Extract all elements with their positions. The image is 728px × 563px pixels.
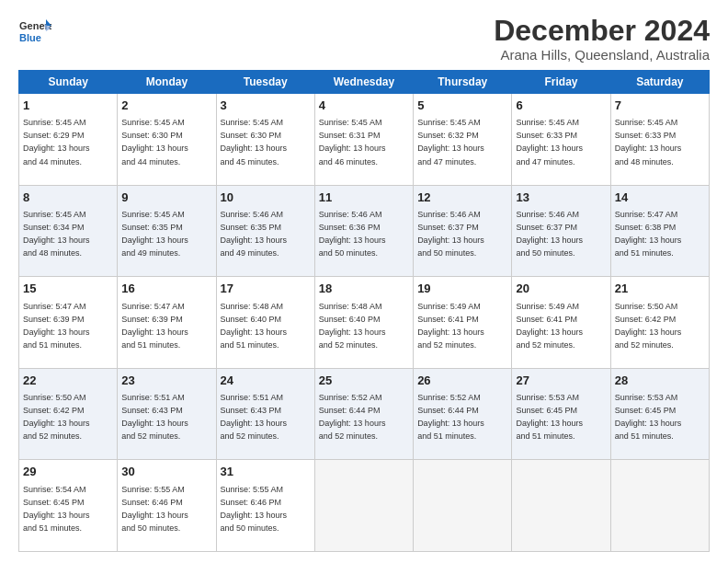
header-wednesday: Wednesday [314,71,413,94]
day-number: 3 [221,98,311,114]
day-number: 2 [121,98,211,114]
day-number: 10 [221,190,311,206]
day-info: Sunrise: 5:46 AMSunset: 6:36 PMDaylight:… [319,210,386,258]
month-title: December 2024 [494,15,710,47]
header-sunday: Sunday [19,71,118,94]
svg-text:Blue: Blue [19,32,41,43]
calendar-week-row: 8Sunrise: 5:45 AMSunset: 6:34 PMDaylight… [19,185,710,277]
calendar-week-row: 15Sunrise: 5:47 AMSunset: 6:39 PMDayligh… [19,277,710,369]
day-info: Sunrise: 5:49 AMSunset: 6:41 PMDaylight:… [417,302,484,350]
table-row [314,460,413,552]
day-info: Sunrise: 5:53 AMSunset: 6:45 PMDaylight:… [516,393,583,441]
table-row [414,460,512,552]
table-row: 8Sunrise: 5:45 AMSunset: 6:34 PMDaylight… [19,185,118,277]
day-number: 24 [221,373,311,389]
day-number: 23 [121,373,211,389]
day-info: Sunrise: 5:50 AMSunset: 6:42 PMDaylight:… [23,393,90,441]
day-info: Sunrise: 5:47 AMSunset: 6:39 PMDaylight:… [121,302,188,350]
table-row: 31Sunrise: 5:55 AMSunset: 6:46 PMDayligh… [216,460,314,552]
day-info: Sunrise: 5:51 AMSunset: 6:43 PMDaylight:… [221,393,288,441]
table-row: 5Sunrise: 5:45 AMSunset: 6:32 PMDaylight… [414,94,512,186]
day-number: 28 [615,373,705,389]
day-info: Sunrise: 5:45 AMSunset: 6:35 PMDaylight:… [121,210,188,258]
day-number: 21 [615,281,705,297]
day-number: 19 [417,281,507,297]
day-info: Sunrise: 5:46 AMSunset: 6:35 PMDaylight:… [221,210,288,258]
table-row: 13Sunrise: 5:46 AMSunset: 6:37 PMDayligh… [512,185,610,277]
day-number: 18 [319,281,409,297]
table-row: 16Sunrise: 5:47 AMSunset: 6:39 PMDayligh… [118,277,216,369]
day-info: Sunrise: 5:45 AMSunset: 6:31 PMDaylight:… [319,118,386,166]
day-info: Sunrise: 5:45 AMSunset: 6:30 PMDaylight:… [121,118,188,166]
calendar-week-row: 29Sunrise: 5:54 AMSunset: 6:45 PMDayligh… [19,460,710,552]
day-number: 6 [516,98,606,114]
day-info: Sunrise: 5:50 AMSunset: 6:42 PMDaylight:… [615,302,682,350]
subtitle: Arana Hills, Queensland, Australia [494,47,710,63]
day-info: Sunrise: 5:45 AMSunset: 6:32 PMDaylight:… [417,118,484,166]
day-number: 16 [121,281,211,297]
day-number: 15 [23,281,113,297]
table-row: 18Sunrise: 5:48 AMSunset: 6:40 PMDayligh… [314,277,413,369]
calendar-header-row: Sunday Monday Tuesday Wednesday Thursday… [19,71,710,94]
day-info: Sunrise: 5:48 AMSunset: 6:40 PMDaylight:… [319,302,386,350]
day-number: 14 [615,190,705,206]
header-tuesday: Tuesday [216,71,314,94]
table-row: 9Sunrise: 5:45 AMSunset: 6:35 PMDaylight… [118,185,216,277]
title-area: December 2024 Arana Hills, Queensland, A… [494,15,710,63]
calendar-week-row: 22Sunrise: 5:50 AMSunset: 6:42 PMDayligh… [19,368,710,460]
logo-container: General Blue [18,15,51,48]
day-number: 8 [23,190,113,206]
day-number: 7 [615,98,705,114]
calendar-week-row: 1Sunrise: 5:45 AMSunset: 6:29 PMDaylight… [19,94,710,186]
day-number: 25 [319,373,409,389]
table-row: 29Sunrise: 5:54 AMSunset: 6:45 PMDayligh… [19,460,118,552]
table-row [610,460,709,552]
table-row: 11Sunrise: 5:46 AMSunset: 6:36 PMDayligh… [314,185,413,277]
table-row: 3Sunrise: 5:45 AMSunset: 6:30 PMDaylight… [216,94,314,186]
day-info: Sunrise: 5:45 AMSunset: 6:33 PMDaylight:… [615,118,682,166]
day-number: 31 [221,464,311,480]
table-row: 24Sunrise: 5:51 AMSunset: 6:43 PMDayligh… [216,368,314,460]
day-info: Sunrise: 5:46 AMSunset: 6:37 PMDaylight:… [417,210,484,258]
table-row: 7Sunrise: 5:45 AMSunset: 6:33 PMDaylight… [610,94,709,186]
table-row: 17Sunrise: 5:48 AMSunset: 6:40 PMDayligh… [216,277,314,369]
table-row: 10Sunrise: 5:46 AMSunset: 6:35 PMDayligh… [216,185,314,277]
day-info: Sunrise: 5:48 AMSunset: 6:40 PMDaylight:… [221,302,288,350]
table-row [512,460,610,552]
day-info: Sunrise: 5:52 AMSunset: 6:44 PMDaylight:… [417,393,484,441]
table-row: 12Sunrise: 5:46 AMSunset: 6:37 PMDayligh… [414,185,512,277]
day-number: 17 [221,281,311,297]
day-info: Sunrise: 5:52 AMSunset: 6:44 PMDaylight:… [319,393,386,441]
day-info: Sunrise: 5:47 AMSunset: 6:39 PMDaylight:… [23,302,90,350]
day-number: 27 [516,373,606,389]
day-info: Sunrise: 5:45 AMSunset: 6:33 PMDaylight:… [516,118,583,166]
day-info: Sunrise: 5:46 AMSunset: 6:37 PMDaylight:… [516,210,583,258]
day-number: 30 [121,464,211,480]
day-info: Sunrise: 5:55 AMSunset: 6:46 PMDaylight:… [121,485,188,533]
day-number: 26 [417,373,507,389]
table-row: 28Sunrise: 5:53 AMSunset: 6:45 PMDayligh… [610,368,709,460]
day-number: 9 [121,190,211,206]
table-row: 21Sunrise: 5:50 AMSunset: 6:42 PMDayligh… [610,277,709,369]
table-row: 15Sunrise: 5:47 AMSunset: 6:39 PMDayligh… [19,277,118,369]
table-row: 23Sunrise: 5:51 AMSunset: 6:43 PMDayligh… [118,368,216,460]
table-row: 4Sunrise: 5:45 AMSunset: 6:31 PMDaylight… [314,94,413,186]
table-row: 2Sunrise: 5:45 AMSunset: 6:30 PMDaylight… [118,94,216,186]
day-info: Sunrise: 5:53 AMSunset: 6:45 PMDaylight:… [615,393,682,441]
header-thursday: Thursday [414,71,512,94]
day-info: Sunrise: 5:51 AMSunset: 6:43 PMDaylight:… [121,393,188,441]
day-number: 20 [516,281,606,297]
day-number: 12 [417,190,507,206]
day-info: Sunrise: 5:45 AMSunset: 6:30 PMDaylight:… [221,118,288,166]
table-row: 20Sunrise: 5:49 AMSunset: 6:41 PMDayligh… [512,277,610,369]
table-row: 19Sunrise: 5:49 AMSunset: 6:41 PMDayligh… [414,277,512,369]
header-monday: Monday [118,71,216,94]
page: General Blue December 2024 Arana Hills, … [0,0,728,563]
day-number: 13 [516,190,606,206]
header-friday: Friday [512,71,610,94]
table-row: 27Sunrise: 5:53 AMSunset: 6:45 PMDayligh… [512,368,610,460]
day-number: 4 [319,98,409,114]
table-row: 26Sunrise: 5:52 AMSunset: 6:44 PMDayligh… [414,368,512,460]
table-row: 1Sunrise: 5:45 AMSunset: 6:29 PMDaylight… [19,94,118,186]
day-info: Sunrise: 5:54 AMSunset: 6:45 PMDaylight:… [23,485,90,533]
